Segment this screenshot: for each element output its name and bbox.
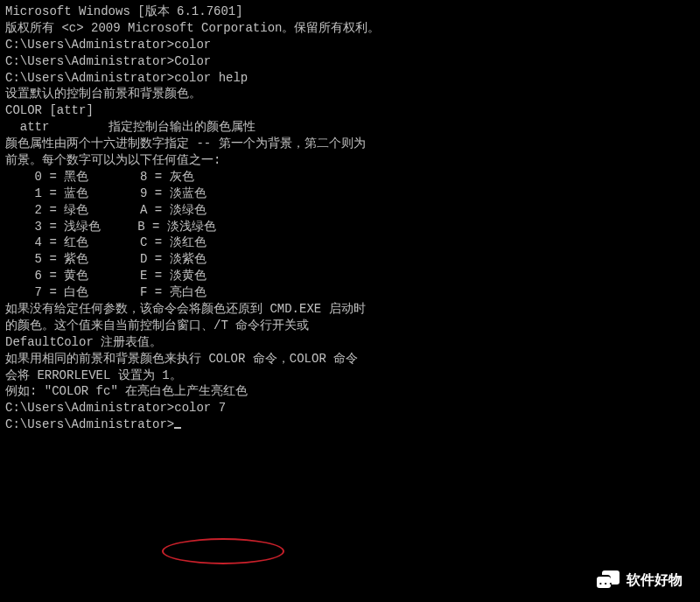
watermark-text: 软件好物 [626,570,682,590]
help-text: 前景。每个数字可以为以下任何值之一: [5,152,695,169]
help-text: 颜色属性由两个十六进制数字指定 -- 第一个为背景，第二个则为 [5,136,695,152]
copyright-line: 版权所有 <c> 2009 Microsoft Corporation。保留所有… [5,20,695,37]
color-row: 5 = 紫色 D = 淡紫色 [5,251,695,268]
cursor-icon [174,427,181,429]
help-text: 如果用相同的前景和背景颜色来执行 COLOR 命令，COLOR 命令 [5,351,695,368]
help-text: 的颜色。这个值来自当前控制台窗口、/T 命令行开关或 [5,318,695,334]
help-description: 设置默认的控制台前景和背景颜色。 [5,86,695,102]
wechat-icon: ••• [597,570,620,590]
current-prompt[interactable]: C:\Users\Administrator> [5,416,695,433]
color-row: 1 = 蓝色 9 = 淡蓝色 [5,186,695,202]
help-text: DefaultColor 注册表值。 [5,334,695,351]
prompt-text: C:\Users\Administrator> [5,417,174,431]
help-text: 如果没有给定任何参数，该命令会将颜色还原到 CMD.EXE 启动时 [5,301,695,318]
color-row: 7 = 白色 F = 亮白色 [5,284,695,301]
prompt-line: C:\Users\Administrator>color help [5,70,695,87]
help-example: 例如: "COLOR fc" 在亮白色上产生亮红色 [5,383,695,400]
color-row: 4 = 红色 C = 淡红色 [5,234,695,251]
version-line: Microsoft Windows [版本 6.1.7601] [5,4,695,20]
help-syntax: COLOR [attr] [5,102,695,119]
color-row: 2 = 绿色 A = 淡绿色 [5,202,695,219]
color-row: 0 = 黑色 8 = 灰色 [5,169,695,186]
prompt-line-highlighted: C:\Users\Administrator>color 7 [5,400,695,416]
color-row: 6 = 黄色 E = 淡黄色 [5,268,695,284]
help-attr: attr 指定控制台输出的颜色属性 [5,119,695,136]
terminal-output: Microsoft Windows [版本 6.1.7601] 版权所有 <c>… [5,4,695,433]
help-text: 会将 ERRORLEVEL 设置为 1。 [5,368,695,384]
watermark: ••• 软件好物 [597,570,682,590]
prompt-line: C:\Users\Administrator>Color [5,53,695,70]
color-row: 3 = 浅绿色 B = 淡浅绿色 [5,219,695,235]
prompt-line: C:\Users\Administrator>color [5,37,695,53]
annotation-ellipse [162,538,284,564]
